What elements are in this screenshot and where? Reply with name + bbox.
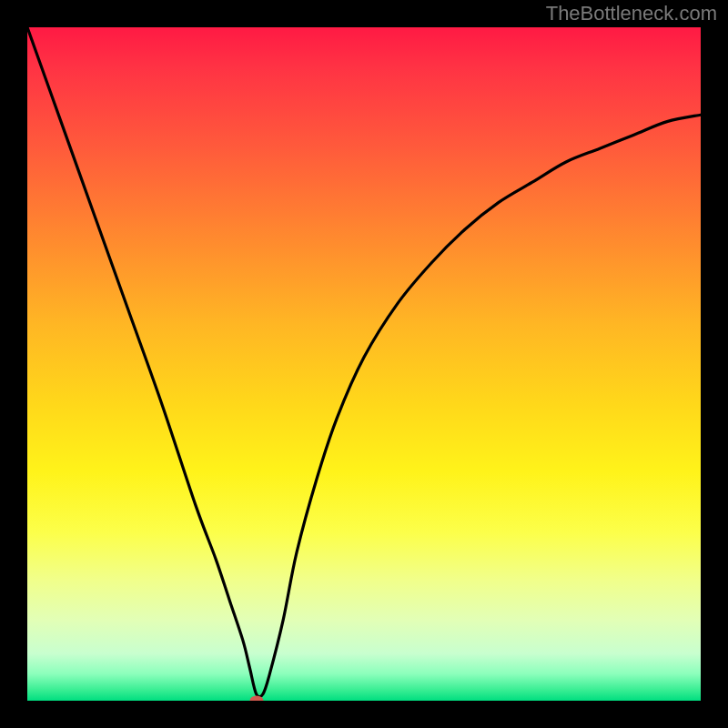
curve-svg [27,27,701,701]
chart-frame: TheBottleneck.com [0,0,728,728]
bottleneck-curve-path [27,27,701,697]
watermark-text: TheBottleneck.com [546,2,717,25]
plot-area [27,27,701,701]
minimum-marker [249,696,263,702]
